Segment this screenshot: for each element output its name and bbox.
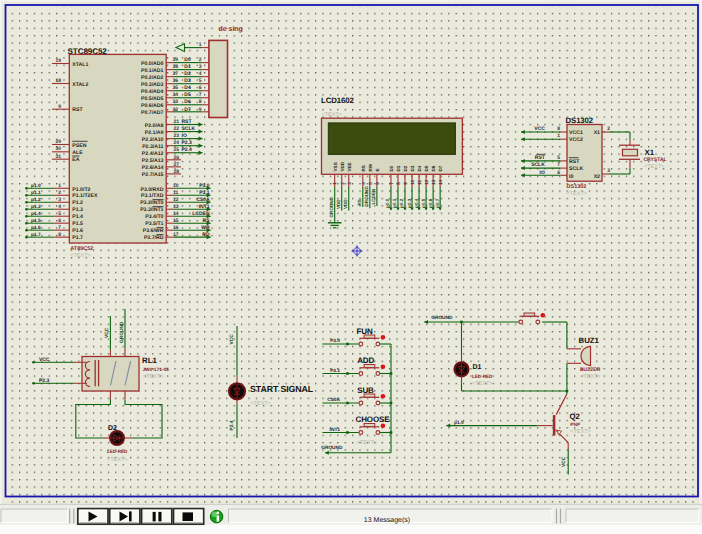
svg-text:17: 17 xyxy=(173,232,179,238)
svg-text:4: 4 xyxy=(58,204,61,210)
svg-text:10: 10 xyxy=(173,183,179,189)
svg-text:22: 22 xyxy=(174,126,180,132)
svg-text:34: 34 xyxy=(173,92,179,98)
svg-text:D2: D2 xyxy=(403,165,408,171)
svg-text:p0.5: p0.5 xyxy=(421,198,426,208)
svg-text:3: 3 xyxy=(347,182,352,185)
svg-text:p1.2: p1.2 xyxy=(31,197,41,203)
svg-text:<TEXT>: <TEXT> xyxy=(580,374,600,380)
svg-text:P1.3: P1.3 xyxy=(72,207,83,213)
svg-text:8: 8 xyxy=(199,99,202,105)
svg-text:D7: D7 xyxy=(438,165,443,171)
svg-text:BUZ1: BUZ1 xyxy=(579,336,600,345)
svg-text:D3: D3 xyxy=(184,78,191,84)
svg-text:5: 5 xyxy=(199,78,202,84)
svg-text:LCDEN: LCDEN xyxy=(192,211,210,217)
svg-text:9: 9 xyxy=(58,104,61,110)
svg-text:14: 14 xyxy=(173,211,179,217)
svg-text:P1.2: P1.2 xyxy=(72,200,83,206)
svg-text:D3: D3 xyxy=(410,165,415,171)
svg-text:P2.4/A12: P2.4/A12 xyxy=(142,151,164,157)
svg-text:p1.1: p1.1 xyxy=(31,190,41,196)
svg-text:2: 2 xyxy=(607,126,610,132)
svg-text:X1: X1 xyxy=(594,130,600,136)
svg-text:VCC: VCC xyxy=(39,357,50,363)
svg-text:VDD: VDD xyxy=(336,199,341,209)
svg-text:p1.4: p1.4 xyxy=(31,211,41,217)
svg-text:21: 21 xyxy=(174,119,180,125)
svg-text:AT89C52: AT89C52 xyxy=(70,246,93,252)
svg-text:VCC: VCC xyxy=(561,456,567,467)
svg-text:P3.1/TXD: P3.1/TXD xyxy=(141,193,164,199)
svg-text:6: 6 xyxy=(199,85,202,91)
svg-text:IO: IO xyxy=(540,170,545,176)
svg-text:LCD1602: LCD1602 xyxy=(321,96,354,105)
svg-text:VDD: VDD xyxy=(343,199,348,209)
svg-text:36: 36 xyxy=(173,78,179,84)
svg-text:P1.7: P1.7 xyxy=(72,235,83,241)
svg-text:de sing: de sing xyxy=(218,25,243,33)
svg-text:6: 6 xyxy=(58,218,61,224)
svg-text:DS1302: DS1302 xyxy=(566,116,594,125)
svg-text:23: 23 xyxy=(174,133,180,139)
svg-text:P0.4/AD4: P0.4/AD4 xyxy=(141,89,164,95)
svg-text:30: 30 xyxy=(55,146,61,152)
svg-text:<TEXT>: <TEXT> xyxy=(567,191,587,197)
svg-text:DS1302: DS1302 xyxy=(567,184,587,190)
svg-text:D1: D1 xyxy=(396,165,401,171)
svg-text:11: 11 xyxy=(173,190,179,196)
svg-text:P3.0: P3.0 xyxy=(330,338,340,344)
svg-text:13 Message(s): 13 Message(s) xyxy=(364,516,410,524)
svg-text:P1.6: P1.6 xyxy=(72,228,83,234)
svg-text:RST: RST xyxy=(569,159,580,165)
svg-text:6: 6 xyxy=(557,170,560,176)
svg-text:<TEXT>: <TEXT> xyxy=(322,112,342,118)
svg-text:p1.6: p1.6 xyxy=(31,225,41,231)
svg-text:P3.4/T0: P3.4/T0 xyxy=(145,214,163,220)
svg-text:7: 7 xyxy=(58,225,61,231)
svg-text:D1: D1 xyxy=(473,364,482,371)
svg-text:RS: RS xyxy=(357,199,362,205)
svg-text:LED-RED: LED-RED xyxy=(107,449,128,454)
svg-text:GROUND: GROUND xyxy=(321,445,343,451)
svg-text:D1: D1 xyxy=(184,64,191,70)
svg-text:p0.1: p0.1 xyxy=(392,198,397,208)
svg-text:9: 9 xyxy=(403,182,408,185)
svg-text:EA: EA xyxy=(72,157,79,163)
svg-text:WR: WR xyxy=(201,225,210,231)
svg-text:E: E xyxy=(375,168,380,171)
svg-text:SUB: SUB xyxy=(357,386,374,395)
svg-text:VSS: VSS xyxy=(333,162,338,171)
svg-text:p0.0: p0.0 xyxy=(385,198,390,208)
svg-text:5: 5 xyxy=(58,211,61,217)
svg-text:10: 10 xyxy=(410,179,415,185)
svg-text:P3.7/RD: P3.7/RD xyxy=(144,235,164,241)
svg-text:31: 31 xyxy=(55,154,61,160)
svg-text:7: 7 xyxy=(199,92,202,98)
svg-text:VDD: VDD xyxy=(340,161,345,171)
svg-text:7: 7 xyxy=(557,162,560,168)
svg-text:<TEXT>: <TEXT> xyxy=(644,164,664,170)
svg-text:P2.6/A14: P2.6/A14 xyxy=(142,165,164,171)
svg-text:1: 1 xyxy=(58,183,61,189)
svg-text:D6: D6 xyxy=(431,165,436,171)
svg-text:P1.0/T2: P1.0/T2 xyxy=(72,187,90,193)
svg-text:RS: RS xyxy=(361,165,366,171)
svg-text:GROUND: GROUND xyxy=(119,321,125,343)
svg-text:D2: D2 xyxy=(184,71,191,77)
svg-text:39: 39 xyxy=(173,57,179,63)
svg-text:P2.3: P2.3 xyxy=(182,140,193,146)
svg-text:<TEXT>: <TEXT> xyxy=(250,401,270,407)
svg-text:p1.3: p1.3 xyxy=(31,204,41,210)
svg-text:P2.4: P2.4 xyxy=(229,420,235,430)
svg-text:p1.0: p1.0 xyxy=(31,183,41,189)
svg-text:RW: RW xyxy=(368,163,373,171)
svg-text:19: 19 xyxy=(55,58,61,64)
svg-text:7: 7 xyxy=(389,182,394,185)
svg-text:14: 14 xyxy=(438,179,443,185)
svg-text:8: 8 xyxy=(396,182,401,185)
svg-text:D0: D0 xyxy=(184,57,191,63)
svg-text:p1.0: p1.0 xyxy=(454,420,464,426)
svg-text:X2: X2 xyxy=(594,174,600,180)
svg-text:P2.5/A13: P2.5/A13 xyxy=(142,158,164,164)
